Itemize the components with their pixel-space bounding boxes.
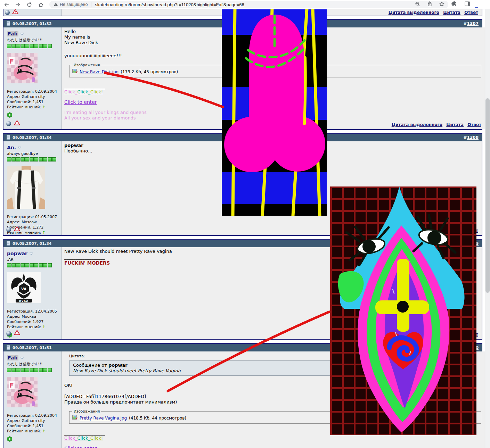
avatar-fafi[interactable]: F [7, 377, 61, 409]
rating-up-arrow: ↑ [42, 325, 46, 329]
post-number-link[interactable]: 1307 [467, 21, 479, 26]
profile-indicator[interactable] [475, 7, 478, 8]
quote-selected-link[interactable]: Цитата выделенного [389, 10, 439, 15]
security-chip[interactable]: Не защищено [54, 2, 88, 7]
post-page-icon [7, 134, 10, 141]
scrollbar-track[interactable] [485, 9, 490, 448]
zoom-out-icon[interactable] [415, 1, 420, 8]
report-icon[interactable] [12, 9, 18, 16]
report-icon[interactable] [14, 330, 20, 337]
rating-up-arrow: ↑ [42, 105, 46, 109]
avatar-popwar-rvca-crest[interactable]: VA RVCA [7, 272, 61, 305]
security-label: Не защищено [60, 2, 88, 7]
online-status-icon [6, 227, 11, 232]
avatar-fafi[interactable]: F [7, 53, 61, 85]
address-bar[interactable]: Не защищено skateboarding.ru/forum/showt… [49, 1, 448, 8]
user-dropdown-icon[interactable] [20, 354, 24, 361]
share-icon[interactable] [427, 1, 433, 8]
scrollbar-thumb[interactable] [485, 98, 490, 293]
reply-link[interactable]: Ответ [464, 10, 478, 15]
home-icon[interactable] [38, 2, 44, 8]
click-link-1[interactable]: Click [64, 89, 75, 94]
username-link[interactable]: An. [7, 145, 16, 150]
bookmark-star-icon[interactable] [439, 1, 445, 8]
username-link[interactable]: Fafi [7, 31, 18, 36]
user-column: popwar .AR [3, 247, 62, 339]
svg-text:F: F [9, 57, 14, 65]
post-page-icon [7, 240, 10, 247]
new-rave-dick-drawing [222, 9, 327, 217]
report-icon[interactable] [14, 226, 20, 233]
attachment-meta: (179.2 Кб, 45 просмотров) [121, 69, 178, 75]
user-info: Регистрация: 12.04.2005 Адрес: Москва Со… [7, 309, 61, 330]
click-link-1[interactable]: Click [64, 435, 75, 441]
back-icon[interactable] [3, 2, 9, 8]
quoted-author: popwar [108, 363, 128, 368]
avatar-an[interactable] [7, 166, 61, 210]
forum-page: Цитата выделенного Цитата Ответ 09.05.20… [0, 9, 490, 448]
pretty-rave-vagina-drawing [330, 186, 476, 437]
user-title: always goodbye [7, 151, 61, 156]
attachment-link[interactable]: Pretty Rave Vagina.jpg [80, 415, 127, 421]
user-title: .AR [7, 257, 61, 262]
post-number: #1307 [464, 21, 479, 26]
user-info: Регистрация: 02.09.2004 Адрес: Gotham ci… [7, 89, 61, 110]
attachment-image-icon [72, 415, 77, 421]
online-status-icon [6, 121, 11, 126]
attachment-meta: (418.5 Кб, 44 просмотров) [129, 415, 186, 421]
post-number-link[interactable]: 1308 [467, 135, 479, 140]
report-icon[interactable] [14, 120, 20, 127]
online-status-icon [6, 331, 11, 336]
browser-toolbar: Не защищено skateboarding.ru/forum/showt… [0, 0, 490, 9]
click-link-3[interactable]: Click! [90, 435, 103, 441]
online-status-icon [5, 10, 10, 15]
attachments-legend: Изображения [72, 408, 101, 414]
user-info: Регистрация: 02.09.2004 Адрес: Gotham ci… [7, 413, 61, 434]
click-to-enter-link[interactable]: Click to enter [64, 446, 97, 448]
quote-selected-link[interactable]: Цитата выделенного [392, 122, 442, 127]
reply-link[interactable]: Ответ [467, 122, 481, 127]
click-to-enter-link[interactable]: Click to enter [64, 99, 97, 105]
rating-up-arrow: ↑ [42, 230, 46, 235]
quote-link[interactable]: Цитата [443, 10, 460, 15]
side-panel-icon[interactable] [464, 1, 471, 8]
attachments-legend: Изображения [72, 62, 101, 68]
user-dropdown-icon[interactable] [29, 250, 33, 257]
forward-icon[interactable] [15, 2, 21, 8]
click-link-2[interactable]: Click [77, 435, 88, 441]
reload-icon[interactable] [26, 2, 32, 8]
reputation-bar [7, 368, 61, 372]
reputation-bar [7, 157, 61, 161]
quote-link[interactable]: Цитата [446, 122, 464, 127]
reputation-bar [7, 263, 61, 267]
extensions-puzzle-icon[interactable] [451, 1, 457, 8]
user-column: Fafi わたしは猫娘です!!! F [3, 351, 62, 448]
user-dropdown-icon[interactable] [18, 144, 22, 151]
user-title: わたしは猫娘です!!! [7, 362, 61, 367]
icq-flower-icon[interactable] [7, 436, 61, 443]
user-column: Fafi わたしは猫娘です!!! F [3, 27, 62, 129]
post-number: #1308 [464, 135, 479, 140]
user-column: An. always goodbye [3, 141, 62, 235]
post-page-icon [7, 20, 10, 27]
username-link[interactable]: popwar [7, 251, 27, 256]
user-dropdown-icon[interactable] [20, 30, 24, 37]
icq-flower-icon[interactable] [7, 112, 61, 119]
user-title: わたしは猫娘です!!! [7, 38, 61, 43]
svg-text:VA: VA [21, 287, 26, 291]
post-page-icon [7, 345, 10, 351]
svg-text:RVCA: RVCA [19, 299, 28, 302]
attachment-image-icon [72, 68, 77, 75]
chip-divider [91, 2, 91, 7]
click-link-2[interactable]: Click [77, 89, 88, 94]
url-text[interactable]: skateboarding.ru/forum/showthread.php?t=… [95, 2, 244, 7]
attachment-link[interactable]: New Rave Dick.jpg [80, 69, 119, 75]
svg-text:F: F [9, 381, 14, 389]
username-link[interactable]: Fafi [7, 355, 18, 360]
reputation-bar [7, 44, 61, 48]
rating-up-arrow: ↑ [42, 429, 46, 433]
warning-icon [54, 2, 58, 7]
click-link-3[interactable]: Click! [90, 89, 103, 94]
